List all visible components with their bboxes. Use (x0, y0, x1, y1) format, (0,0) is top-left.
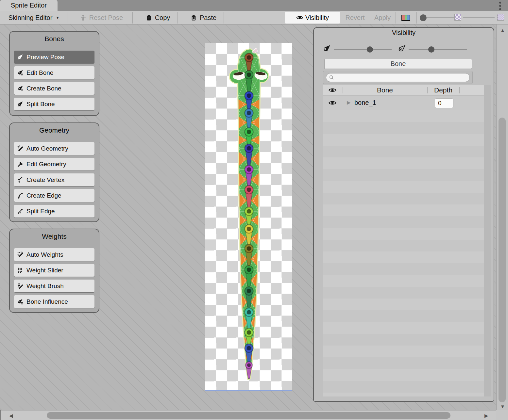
vertical-scrollbar-thumb[interactable] (499, 118, 506, 402)
opacity-slider-track[interactable] (427, 17, 454, 18)
preview-pose-icon (17, 54, 24, 60)
toolbar-separator (178, 12, 178, 24)
bone-table-header: Bone Depth (323, 85, 484, 95)
opacity-slider-handle[interactable] (420, 14, 427, 21)
toolbar: Skinning Editor ▼ Reset Pose (0, 11, 508, 24)
edit-bone-button[interactable]: Edit Bone (14, 66, 94, 79)
toolbar-separator (396, 12, 396, 24)
auto-geometry-button[interactable]: Auto Geometry (14, 142, 94, 155)
create-edge-icon (17, 192, 24, 199)
paste-button[interactable]: Paste (183, 11, 224, 24)
create-bone-button[interactable]: Create Bone (14, 82, 94, 95)
weights-panel-title: Weights (10, 233, 99, 240)
scroll-down-icon[interactable]: ▼ (500, 404, 505, 409)
bone-filled-icon (322, 44, 331, 53)
weight-slider-button[interactable]: Weight Slider (14, 264, 94, 277)
search-strip (323, 71, 473, 84)
bone-influence-button[interactable]: Bone Influence (14, 295, 94, 308)
bone-influence-icon (17, 298, 24, 305)
toolbar-separator (132, 12, 133, 24)
split-bone-icon (17, 101, 24, 107)
bone-opacity-slider-handle[interactable] (367, 46, 373, 53)
mesh-opacity-slider-track[interactable] (409, 49, 467, 50)
transparency-pattern-icon (497, 14, 504, 21)
bone-opacity-slider-track[interactable] (334, 49, 392, 50)
search-field[interactable] (326, 73, 470, 82)
sprite-canvas[interactable] (205, 43, 292, 391)
expand-arrow-icon[interactable]: ▶ (347, 100, 351, 105)
scroll-up-icon[interactable]: ▲ (500, 28, 505, 33)
sprite-editor-window: Sprite Editor Skinning Editor ▼ Reset Po… (0, 0, 508, 420)
color-channels-swatch-icon[interactable] (401, 15, 410, 21)
horizontal-scrollbar-thumb[interactable] (47, 412, 450, 419)
bone-outline-icon (398, 44, 407, 53)
depth-input[interactable]: 0 (435, 98, 453, 108)
search-input[interactable] (336, 74, 469, 81)
visibility-panel-title: Visibility (314, 29, 494, 37)
edit-bone-icon (17, 69, 24, 76)
toolbar-separator (416, 12, 417, 24)
create-edge-button[interactable]: Create Edge (14, 189, 94, 202)
eye-icon (296, 14, 303, 21)
search-icon (329, 75, 334, 80)
scroll-left-icon[interactable]: ◀ (9, 413, 13, 418)
transparency-pattern-icon (454, 14, 461, 21)
reset-pose-button[interactable]: Reset Pose (72, 11, 131, 24)
skinning-editor-dropdown[interactable]: Skinning Editor ▼ (3, 11, 65, 24)
chevron-down-icon: ▼ (56, 15, 59, 20)
split-edge-button[interactable]: Split Edge (14, 205, 94, 218)
weight-brush-button[interactable]: Weight Brush (14, 280, 94, 292)
bone-name: bone_1 (354, 99, 376, 106)
tab-sprite-editor[interactable]: Sprite Editor (0, 0, 58, 11)
copy-button[interactable]: Copy (139, 11, 177, 24)
bone-tab-button[interactable]: Bone (324, 59, 472, 69)
bone-list-empty-area (323, 110, 484, 396)
kebab-menu-icon[interactable] (498, 2, 502, 10)
scroll-right-icon[interactable]: ▶ (484, 413, 488, 418)
create-vertex-button[interactable]: Create Vertex (14, 173, 94, 186)
create-bone-icon (17, 85, 24, 92)
toolbar-separator (224, 12, 224, 24)
copy-icon (145, 14, 152, 21)
bones-panel: Bones Preview Pose Edit Bone (9, 31, 99, 116)
vertical-scrollbar[interactable]: ▲ ▼ (496, 24, 508, 410)
split-edge-icon (17, 208, 24, 215)
sprite-svg (205, 43, 293, 391)
bone-column-header[interactable]: Bone (343, 86, 427, 94)
weight-slider-icon (17, 267, 24, 274)
edit-geometry-button[interactable]: Edit Geometry (14, 158, 94, 170)
toolbar-separator (67, 12, 67, 24)
revert-button[interactable]: Revert (341, 11, 369, 24)
depth-column-header[interactable]: Depth (427, 86, 459, 94)
create-vertex-icon (17, 176, 24, 183)
toolbar-separator (369, 12, 369, 24)
auto-weights-button[interactable]: Auto Weights (14, 248, 94, 261)
split-bone-button[interactable]: Split Bone (14, 98, 94, 110)
weights-panel: Weights Auto Weights (9, 229, 99, 313)
visibility-column-eye-icon[interactable] (328, 87, 337, 93)
mannequin-icon (80, 14, 87, 21)
paste-icon (190, 14, 197, 21)
geometry-panel-title: Geometry (10, 126, 99, 134)
mesh-opacity-slider-handle[interactable] (428, 46, 434, 53)
geometry-panel: Geometry Auto Geometry Edit Geometry (9, 122, 99, 222)
bones-panel-title: Bones (10, 35, 99, 43)
visibility-panel: Visibility Bone (313, 27, 494, 402)
tab-bar: Sprite Editor (0, 0, 508, 11)
row-visibility-eye-icon[interactable] (328, 100, 337, 106)
scrollbar-corner (496, 410, 508, 420)
preview-pose-button[interactable]: Preview Pose (14, 51, 94, 63)
visibility-toggle-button[interactable]: Visibility (285, 12, 340, 24)
weight-opacity-slider-track[interactable] (463, 17, 495, 18)
auto-weights-icon (17, 251, 24, 258)
auto-geometry-icon (17, 145, 24, 152)
bone-row[interactable]: ▶ bone_1 0 (323, 96, 484, 110)
tab-label: Sprite Editor (11, 2, 47, 9)
edit-geometry-icon (17, 161, 24, 168)
apply-button[interactable]: Apply (370, 11, 395, 24)
panel-scroll-strip[interactable] (484, 85, 491, 396)
weight-brush-icon (17, 283, 24, 289)
horizontal-scrollbar[interactable]: ◀ ▶ (0, 410, 496, 420)
